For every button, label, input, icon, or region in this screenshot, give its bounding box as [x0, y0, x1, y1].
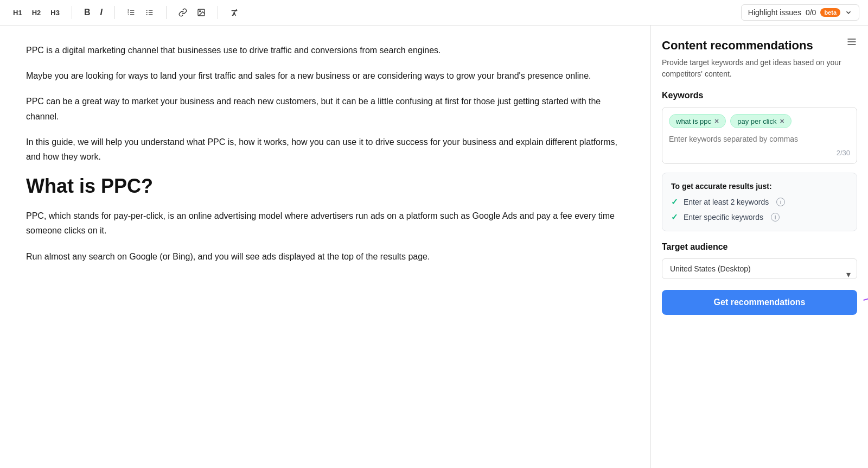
unordered-list-icon — [145, 8, 154, 17]
keywords-tags: what is ppc × pay per click × — [669, 114, 850, 128]
paragraph-2: Maybe you are looking for ways to land y… — [26, 68, 624, 83]
ordered-list-button[interactable]: 123 — [123, 5, 140, 20]
separator-4 — [218, 6, 218, 19]
clear-format-button[interactable] — [226, 5, 243, 20]
toolbar: H1 H2 H3 B I 123 Highlight issues 0/0 be… — [0, 0, 868, 26]
list-buttons: 123 — [123, 5, 158, 20]
format-buttons: B I — [80, 5, 107, 20]
ordered-list-icon: 123 — [127, 8, 136, 17]
heading-buttons: H1 H2 H3 — [9, 6, 64, 20]
svg-point-9 — [146, 10, 148, 11]
highlight-label: Highlight issues — [748, 8, 801, 17]
target-audience-title: Target audience — [662, 242, 857, 252]
tips-box: To get accurate results just: ✓ Enter at… — [662, 173, 857, 231]
audience-select[interactable]: United States (Desktop) United Kingdom (… — [662, 258, 857, 279]
image-icon — [197, 8, 206, 17]
keyword-tag-1-label: what is ppc — [676, 117, 711, 125]
keywords-section-title: Keywords — [662, 91, 857, 100]
get-recommendations-button[interactable]: Get recommendations — [662, 290, 857, 315]
svg-point-11 — [146, 14, 148, 15]
keyword-tag-2-remove[interactable]: × — [780, 117, 784, 125]
arrow-decoration — [861, 292, 868, 313]
keyword-tag-1-remove[interactable]: × — [714, 117, 719, 125]
image-button[interactable] — [193, 5, 210, 20]
paragraph-6: Run almost any search on Google (or Bing… — [26, 249, 624, 264]
tip-1-label: Enter at least 2 keywords — [684, 198, 769, 206]
paragraph-5: PPC, which stands for pay-per-click, is … — [26, 208, 624, 238]
unordered-list-button[interactable] — [141, 5, 158, 20]
insert-buttons — [174, 5, 210, 20]
sidebar-menu-button[interactable] — [846, 36, 857, 49]
svg-text:3: 3 — [127, 13, 129, 16]
keywords-counter: 2/30 — [669, 149, 850, 157]
highlight-issues-button[interactable]: Highlight issues 0/0 beta — [741, 4, 859, 21]
separator-2 — [114, 6, 115, 19]
bold-button[interactable]: B — [80, 5, 95, 20]
tip-2-check: ✓ — [671, 212, 678, 222]
heading-1: What is PPC? — [26, 175, 624, 198]
svg-point-10 — [146, 12, 148, 13]
chevron-down-icon — [845, 9, 852, 16]
link-button[interactable] — [174, 5, 192, 20]
tip-item-1: ✓ Enter at least 2 keywords i — [671, 197, 848, 207]
keyword-tag-2: pay per click × — [730, 114, 791, 128]
sidebar-subtitle: Provide target keywords and get ideas ba… — [662, 57, 857, 80]
tip-1-info[interactable]: i — [776, 198, 785, 206]
tip-item-2: ✓ Enter specific keywords i — [671, 212, 848, 222]
paragraph-1: PPC is a digital marketing channel that … — [26, 43, 624, 58]
separator-3 — [166, 6, 167, 19]
paragraph-3: PPC can be a great way to market your bu… — [26, 94, 624, 123]
separator-1 — [72, 6, 72, 19]
sidebar: Content recommendations Provide target k… — [651, 26, 868, 468]
beta-badge: beta — [820, 8, 840, 17]
svg-point-13 — [200, 11, 201, 12]
h2-button[interactable]: H2 — [28, 6, 46, 20]
keywords-input[interactable] — [669, 134, 850, 144]
paragraph-4: In this guide, we will help you understa… — [26, 135, 624, 164]
tip-2-info[interactable]: i — [771, 213, 780, 222]
tips-title: To get accurate results just: — [671, 182, 848, 191]
audience-select-wrapper: United States (Desktop) United Kingdom (… — [662, 258, 857, 290]
h3-button[interactable]: H3 — [46, 6, 64, 20]
clear-format-icon — [230, 8, 239, 17]
svg-line-16 — [232, 9, 237, 16]
menu-icon — [846, 36, 857, 47]
keyword-tag-1: what is ppc × — [669, 114, 726, 128]
highlight-count: 0/0 — [806, 8, 816, 17]
link-icon — [178, 8, 187, 17]
main-layout: PPC is a digital marketing channel that … — [0, 26, 868, 468]
h1-button[interactable]: H1 — [9, 6, 27, 20]
target-audience-section: Target audience United States (Desktop) … — [662, 242, 857, 315]
sidebar-title: Content recommendations — [662, 39, 857, 53]
tip-1-check: ✓ — [671, 197, 678, 207]
get-reco-wrapper: Get recommendations — [662, 290, 857, 315]
italic-button[interactable]: I — [95, 5, 106, 20]
tip-2-label: Enter specific keywords — [684, 213, 763, 222]
editor-area[interactable]: PPC is a digital marketing channel that … — [0, 26, 651, 468]
keyword-tag-2-label: pay per click — [737, 117, 776, 125]
keywords-box[interactable]: what is ppc × pay per click × 2/30 — [662, 107, 857, 164]
